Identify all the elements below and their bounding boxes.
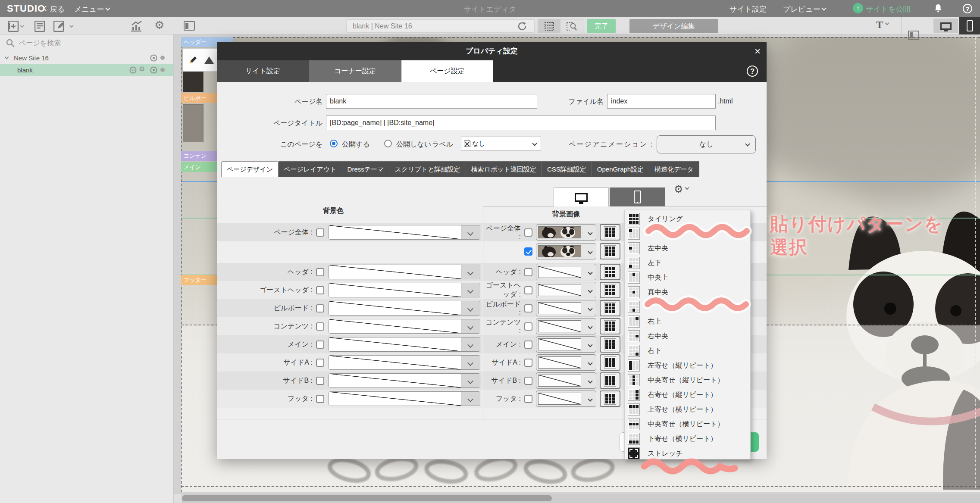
sidebar-item-site[interactable]: New Site 16 bbox=[0, 52, 173, 64]
paste-pattern-button[interactable] bbox=[600, 336, 620, 353]
menu-item-右寄せ（縦リピート）[interactable]: 右寄せ（縦リピート） bbox=[625, 387, 750, 402]
device-tab-phone[interactable] bbox=[610, 187, 665, 206]
image-select[interactable] bbox=[536, 224, 596, 241]
grid-view-toggle[interactable] bbox=[538, 19, 560, 33]
page-search[interactable]: ページを検索 bbox=[0, 34, 173, 52]
menu-item-右下[interactable]: 右下 bbox=[625, 344, 750, 358]
image-select[interactable] bbox=[536, 354, 596, 371]
page-settings-gear-icon[interactable]: ⚙ bbox=[139, 65, 145, 73]
notifications-bell-icon[interactable] bbox=[934, 4, 942, 12]
bg-image-checkbox[interactable] bbox=[524, 377, 532, 385]
back-button[interactable]: 戻る bbox=[44, 4, 65, 14]
page-name-input[interactable] bbox=[326, 94, 537, 109]
shape-tool-icon[interactable] bbox=[204, 56, 214, 64]
refresh-icon[interactable] bbox=[517, 21, 528, 31]
add-page-icon[interactable] bbox=[8, 21, 24, 32]
site-settings-link[interactable]: サイト設定 bbox=[730, 4, 767, 14]
subtab-5[interactable]: 検索ロボット巡回設定 bbox=[466, 161, 542, 177]
menu-item-ストレッチ[interactable]: ストレッチ bbox=[625, 446, 750, 461]
text-tool-button[interactable]: T bbox=[876, 19, 889, 31]
menu-item-左寄せ（縦リピート）[interactable]: 左寄せ（縦リピート） bbox=[625, 358, 750, 373]
menu-item-中央寄せ（横リピート）[interactable]: 中央寄せ（横リピート） bbox=[625, 417, 750, 431]
menu-item-上寄せ（横リピート）[interactable]: 上寄せ（横リピート） bbox=[625, 402, 750, 417]
label-select[interactable]: なし bbox=[461, 137, 541, 150]
image-select[interactable] bbox=[536, 243, 596, 259]
page-list-icon[interactable] bbox=[34, 21, 45, 32]
visibility-icon[interactable] bbox=[150, 54, 157, 62]
layout-columns-icon[interactable] bbox=[908, 31, 919, 40]
color-select[interactable] bbox=[329, 337, 480, 352]
menu-item-真中央[interactable]: 真中央 bbox=[625, 285, 750, 300]
color-select[interactable] bbox=[329, 391, 480, 406]
page-title-input[interactable] bbox=[326, 116, 716, 130]
color-select[interactable] bbox=[329, 225, 480, 240]
scrollbar-thumb[interactable] bbox=[182, 495, 552, 501]
menu-item-hidden-2[interactable] bbox=[625, 226, 750, 241]
layer-thumbnail-1[interactable] bbox=[183, 72, 204, 92]
page-path-input[interactable]: blank | New Site 16 bbox=[346, 19, 535, 33]
modal-help-icon[interactable]: ? bbox=[747, 66, 758, 77]
paste-pattern-button[interactable] bbox=[600, 224, 620, 241]
visibility-icon[interactable] bbox=[150, 66, 157, 74]
bg-color-checkbox[interactable] bbox=[316, 359, 324, 367]
subtab-7[interactable]: OpenGraph設定 bbox=[592, 161, 649, 177]
menu-item-右上[interactable]: 右上 bbox=[625, 314, 750, 329]
image-select[interactable] bbox=[536, 318, 596, 334]
publish-site-button[interactable]: ↑ サイトを公開 bbox=[866, 4, 911, 14]
bg-color-checkbox[interactable] bbox=[316, 286, 324, 294]
tab-page-settings[interactable]: ページ設定 bbox=[401, 60, 494, 82]
help-icon[interactable]: ? bbox=[963, 4, 972, 13]
page-animation-select[interactable]: なし bbox=[657, 135, 756, 153]
pencil-icon[interactable] bbox=[188, 55, 198, 65]
done-button[interactable]: 完了 bbox=[587, 19, 616, 33]
paste-pattern-button[interactable] bbox=[600, 243, 620, 259]
tab-corner-settings[interactable]: コーナー設定 bbox=[309, 60, 401, 82]
menu-item-中央上[interactable]: 中央上 bbox=[625, 270, 750, 285]
preview-dropdown[interactable]: プレビュー bbox=[783, 4, 826, 14]
bg-image-checkbox[interactable] bbox=[524, 304, 532, 312]
bg-color-checkbox[interactable] bbox=[316, 322, 324, 331]
bg-settings-gear-icon[interactable]: ⚙ bbox=[674, 183, 689, 195]
color-select[interactable] bbox=[329, 283, 480, 297]
menu-item-下寄せ（横リピート）[interactable]: 下寄せ（横リピート） bbox=[625, 431, 750, 446]
color-select[interactable] bbox=[329, 301, 480, 316]
exclude-icon[interactable] bbox=[129, 66, 137, 74]
bg-image-checkbox[interactable] bbox=[524, 322, 532, 331]
device-tab-desktop[interactable] bbox=[554, 187, 609, 206]
subtab-2[interactable]: ページレイアウト bbox=[279, 161, 342, 177]
menu-item-中央寄せ（縦リピート）[interactable]: 中央寄せ（縦リピート） bbox=[625, 373, 750, 387]
paste-pattern-button[interactable] bbox=[600, 354, 620, 371]
bg-image-checkbox[interactable] bbox=[524, 359, 532, 367]
menu-item-左下[interactable]: 左下 bbox=[625, 256, 750, 270]
desktop-view-button[interactable] bbox=[933, 19, 958, 33]
image-select[interactable] bbox=[536, 391, 596, 407]
toggle-sidebar-icon[interactable] bbox=[184, 21, 195, 31]
design-edit-button[interactable]: デザイン編集 bbox=[629, 19, 718, 33]
layer-thumbnail-2[interactable] bbox=[183, 104, 204, 142]
bg-color-checkbox[interactable] bbox=[316, 395, 324, 403]
paste-pattern-button[interactable] bbox=[600, 282, 620, 298]
grid-inspect-toggle[interactable] bbox=[560, 19, 583, 33]
subtab-4[interactable]: スクリプトと詳細設定 bbox=[389, 161, 466, 177]
analytics-icon[interactable] bbox=[130, 21, 142, 32]
bg-image-checkbox[interactable] bbox=[524, 286, 532, 294]
paste-pattern-button[interactable] bbox=[600, 391, 620, 407]
paste-pattern-button[interactable] bbox=[600, 318, 620, 334]
menu-button[interactable]: メニュー bbox=[74, 4, 110, 14]
image-select[interactable] bbox=[536, 264, 596, 280]
subtab-6[interactable]: CSS詳細設定 bbox=[542, 161, 592, 177]
settings-gear-icon[interactable]: ⚙ bbox=[154, 19, 164, 32]
paste-pattern-button[interactable] bbox=[600, 264, 620, 280]
menu-item-タイリング[interactable]: タイリング bbox=[625, 212, 750, 226]
image-select[interactable] bbox=[536, 300, 596, 316]
menu-item-右中央[interactable]: 右中央 bbox=[625, 329, 750, 344]
color-select[interactable] bbox=[329, 265, 480, 279]
close-icon[interactable]: × bbox=[755, 45, 761, 57]
bg-image-checkbox[interactable] bbox=[524, 341, 532, 349]
subtab-3[interactable]: Dressテーマ bbox=[342, 161, 390, 177]
horizontal-scrollbar[interactable] bbox=[174, 494, 980, 503]
edit-page-icon[interactable] bbox=[53, 21, 74, 32]
radio-publish-off[interactable] bbox=[384, 140, 392, 147]
paste-pattern-button[interactable] bbox=[600, 300, 620, 316]
subtab-8[interactable]: 構造化データ bbox=[649, 161, 699, 177]
